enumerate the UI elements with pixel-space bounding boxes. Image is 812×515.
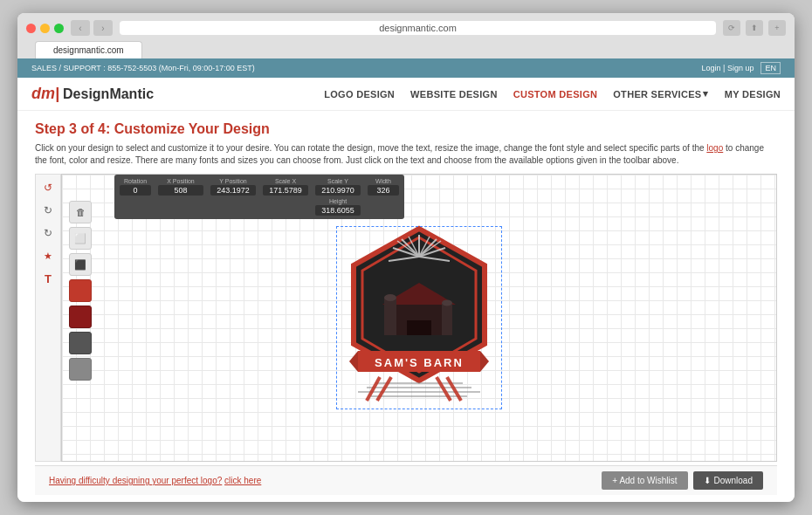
text-button[interactable]: T bbox=[38, 269, 58, 288]
add-to-wishlist-button[interactable]: + Add to Wishlist bbox=[602, 471, 687, 490]
copy-icon-button[interactable]: ⬜ bbox=[69, 227, 92, 250]
browser-tab[interactable]: designmantic.com bbox=[35, 41, 142, 58]
svg-rect-16 bbox=[384, 298, 396, 335]
maximize-button[interactable] bbox=[54, 24, 64, 33]
download-icon: ⬇ bbox=[704, 476, 711, 485]
canvas-icon-bar: 🗑 ⬜ ⬛ bbox=[69, 201, 92, 381]
undo-button[interactable]: ↺ bbox=[38, 178, 58, 197]
rotate-button[interactable]: ↻ bbox=[38, 223, 58, 243]
svg-marker-21 bbox=[349, 351, 358, 372]
nav-my-design[interactable]: MY DESIGN bbox=[725, 89, 781, 100]
back-button[interactable]: ‹ bbox=[71, 20, 90, 36]
color-dark-button[interactable] bbox=[69, 332, 92, 354]
x-position-input[interactable] bbox=[158, 185, 203, 196]
scale-y-input[interactable] bbox=[315, 185, 361, 196]
rotation-label: Rotation bbox=[124, 178, 147, 184]
canvas-wrapper[interactable]: Rotation X Position Y Position Scal bbox=[61, 174, 777, 462]
svg-rect-18 bbox=[442, 303, 452, 335]
paste-icon-button[interactable]: ⬛ bbox=[69, 253, 92, 276]
browser-chrome: ‹ › designmantic.com ⟳ ⬆ + designmantic.… bbox=[17, 13, 795, 58]
svg-point-17 bbox=[384, 294, 396, 301]
minimize-button[interactable] bbox=[40, 24, 50, 33]
editor-area: ↺ ↻ ↻ ★ T Rotation X Positio bbox=[35, 174, 777, 462]
nav-other-services[interactable]: OTHER SERVICES ▾ bbox=[613, 88, 709, 100]
logo-dm-text: dm| bbox=[31, 85, 59, 103]
lang-selector[interactable]: EN bbox=[760, 62, 781, 74]
y-position-label: Y Position bbox=[219, 178, 246, 184]
site-header: dm| DesignMantic LOGO DESIGN WEBSITE DES… bbox=[17, 78, 795, 111]
website-content: SALES / SUPPORT : 855-752-5503 (Mon-Fri,… bbox=[17, 58, 795, 502]
site-top-bar: SALES / SUPPORT : 855-752-5503 (Mon-Fri,… bbox=[17, 58, 795, 78]
help-text: Having difficulty designing your perfect… bbox=[49, 476, 261, 485]
site-logo[interactable]: dm| DesignMantic bbox=[31, 85, 154, 103]
main-content: Step 3 of 4: Customize Your Design Click… bbox=[17, 111, 795, 502]
svg-text:SAM'S BARN: SAM'S BARN bbox=[375, 356, 464, 369]
nav-custom-design[interactable]: CUSTOM DESIGN bbox=[513, 89, 598, 100]
color-red-button[interactable] bbox=[69, 279, 92, 302]
bottom-bar: Having difficulty designing your perfect… bbox=[35, 465, 777, 495]
height-input[interactable] bbox=[315, 205, 361, 216]
url-text: designmantic.com bbox=[379, 23, 457, 33]
y-position-input[interactable] bbox=[210, 185, 256, 196]
address-bar[interactable]: designmantic.com bbox=[120, 21, 716, 35]
logo-svg: SAM'S BARN bbox=[332, 222, 506, 414]
scale-x-input[interactable] bbox=[263, 185, 308, 196]
svg-rect-15 bbox=[407, 320, 431, 335]
sales-text: SALES / SUPPORT : 855-752-5503 (Mon-Fri,… bbox=[31, 64, 255, 72]
redo-button[interactable]: ↻ bbox=[38, 201, 58, 220]
svg-point-19 bbox=[442, 300, 452, 306]
add-tab-button[interactable]: + bbox=[768, 20, 786, 36]
logo-link[interactable]: logo bbox=[706, 143, 723, 153]
color-gray-button[interactable] bbox=[69, 358, 92, 381]
traffic-lights bbox=[26, 24, 64, 33]
instruction-text: Click on your design to select and custo… bbox=[35, 142, 777, 167]
download-button[interactable]: ⬇ Download bbox=[693, 471, 763, 490]
click-here-link[interactable]: click here bbox=[224, 476, 261, 485]
favorite-button[interactable]: ★ bbox=[38, 246, 58, 265]
close-button[interactable] bbox=[26, 24, 36, 33]
main-navigation: LOGO DESIGN WEBSITE DESIGN CUSTOM DESIGN… bbox=[324, 88, 781, 100]
browser-window: ‹ › designmantic.com ⟳ ⬆ + designmantic.… bbox=[17, 13, 795, 502]
height-label: Height bbox=[329, 198, 347, 204]
login-link[interactable]: Login | Sign up bbox=[702, 64, 754, 72]
nav-website-design[interactable]: WEBSITE DESIGN bbox=[410, 89, 498, 100]
logo-name-text: DesignMantic bbox=[63, 86, 154, 102]
delete-icon-button[interactable]: 🗑 bbox=[69, 201, 92, 223]
page-title: Step 3 of 4: Customize Your Design bbox=[35, 121, 777, 137]
x-position-label: X Position bbox=[167, 178, 195, 184]
logo-element[interactable]: SAM'S BARN bbox=[332, 222, 506, 414]
color-darkred-button[interactable] bbox=[69, 306, 92, 328]
width-label: Width bbox=[375, 178, 391, 184]
bottom-buttons: + Add to Wishlist ⬇ Download bbox=[602, 471, 763, 490]
nav-logo-design[interactable]: LOGO DESIGN bbox=[324, 89, 395, 100]
svg-marker-22 bbox=[480, 351, 489, 372]
floating-toolbar: Rotation X Position Y Position Scal bbox=[114, 175, 404, 219]
refresh-button[interactable]: ⟳ bbox=[723, 20, 740, 36]
width-input[interactable] bbox=[368, 185, 399, 196]
left-toolbar: ↺ ↻ ↻ ★ T bbox=[35, 174, 61, 462]
rotation-input[interactable] bbox=[120, 185, 151, 196]
scale-y-label: Scale Y bbox=[327, 178, 348, 184]
scale-x-label: Scale X bbox=[275, 178, 296, 184]
forward-button[interactable]: › bbox=[93, 20, 113, 36]
share-button[interactable]: ⬆ bbox=[746, 20, 763, 36]
dropdown-arrow-icon: ▾ bbox=[703, 88, 708, 100]
